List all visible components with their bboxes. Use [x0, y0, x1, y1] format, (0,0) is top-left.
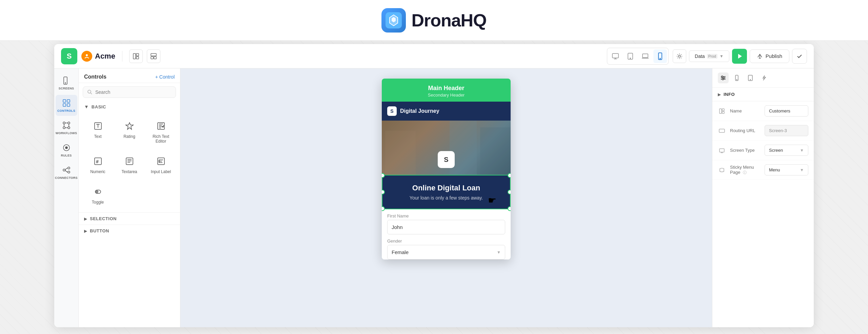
data-env-button[interactable]: Data Prod ▼: [689, 50, 729, 62]
info-section-title: INFO: [724, 92, 735, 97]
controls-search-box[interactable]: [83, 86, 176, 98]
selection-section-header[interactable]: ▶ SELECTION: [79, 212, 180, 225]
check-button[interactable]: [792, 49, 807, 64]
control-numeric[interactable]: # Numeric: [83, 150, 113, 179]
svg-point-48: [722, 76, 723, 77]
svg-rect-59: [719, 149, 724, 152]
layout-btn-2[interactable]: [147, 49, 160, 63]
svg-point-27: [65, 147, 67, 149]
sidebar-item-rules[interactable]: RULES: [56, 140, 77, 161]
svg-marker-33: [126, 123, 133, 129]
sidebar-item-workflows[interactable]: WORKFLOWS: [56, 117, 77, 138]
card-title: Online Digital Loan: [389, 184, 503, 192]
publish-button[interactable]: Publish: [750, 49, 789, 63]
phone-nav-title: Digital Journey: [400, 108, 439, 114]
properties-icon-btn[interactable]: [718, 72, 729, 83]
lightning-icon-btn[interactable]: [758, 72, 769, 83]
basic-section-title: BASIC: [92, 104, 106, 109]
gender-select[interactable]: Female ▼: [387, 245, 505, 259]
svg-text:#: #: [96, 159, 99, 164]
controls-grid: Text Rating: [79, 112, 180, 212]
control-rich-text[interactable]: Rich Text Editor: [146, 115, 176, 149]
routing-property-label: Routing URL: [730, 128, 761, 133]
name-property-icon: [718, 107, 726, 115]
sticky-menu-property-label: Sticky Menu Page ⓘ: [730, 165, 761, 175]
svg-point-31: [88, 90, 91, 93]
left-sidebar: SCREENS CONTROLS: [54, 68, 79, 327]
name-property-value[interactable]: Customers: [765, 105, 808, 117]
svg-point-41: [96, 191, 98, 193]
button-section-title: BUTTON: [90, 228, 109, 233]
handle-top-left[interactable]: [382, 173, 385, 178]
laptop-device-btn[interactable]: [638, 49, 652, 63]
rich-text-control-icon: [155, 120, 167, 132]
sidebar-item-screens[interactable]: SCREENS: [56, 72, 77, 93]
tablet-device-btn[interactable]: [624, 49, 637, 63]
app-logo-button[interactable]: S: [61, 48, 77, 64]
routing-property-value[interactable]: Screen-3: [765, 125, 808, 136]
textarea-control-icon: [123, 155, 136, 167]
info-section: ▶ INFO: [712, 88, 814, 101]
numeric-control-label: Numeric: [90, 169, 105, 174]
control-text[interactable]: Text: [83, 115, 113, 149]
layout-btn-1[interactable]: [129, 49, 143, 63]
svg-point-30: [68, 171, 70, 173]
main-area: S Acme: [54, 44, 814, 327]
sticky-menu-info-icon: ⓘ: [743, 170, 747, 174]
settings-button[interactable]: [673, 49, 686, 63]
search-icon: [87, 89, 93, 95]
cursor-icon: ☛: [488, 195, 496, 206]
controls-icon: [62, 98, 71, 108]
phone-preview-frame: Main Header Secondary Header S Digital J…: [382, 79, 511, 259]
phone-input-section: First Name John Gender Female ▼: [382, 209, 511, 259]
svg-point-10: [630, 58, 631, 59]
basic-section-header[interactable]: ▼ BASIC: [79, 101, 180, 112]
tablet-icon-btn[interactable]: [745, 72, 756, 83]
handle-top-right[interactable]: [508, 173, 511, 178]
dronahq-logo-icon: [381, 8, 406, 33]
search-input[interactable]: [95, 89, 172, 95]
content-area: SCREENS CONTROLS: [54, 68, 814, 327]
sidebar-item-connectors[interactable]: CONNECTORS: [56, 162, 77, 183]
svg-point-1: [86, 54, 88, 56]
phone-main-header-text: Main Header: [389, 85, 504, 92]
phone-icon-btn[interactable]: [731, 72, 742, 83]
svg-point-50: [722, 79, 724, 80]
play-button[interactable]: [732, 49, 747, 64]
numeric-control-icon: #: [92, 155, 104, 167]
screens-label: SCREENS: [59, 87, 74, 90]
add-control-button[interactable]: + Control: [155, 74, 175, 80]
handle-mid-right[interactable]: [508, 190, 511, 194]
svg-point-24: [63, 127, 65, 129]
connectors-icon: [62, 165, 71, 175]
handle-bottom-right[interactable]: [508, 206, 511, 211]
info-section-header[interactable]: ▶ INFO: [718, 92, 808, 97]
controls-label: CONTROLS: [57, 109, 75, 112]
control-input-label[interactable]: Input Label: [146, 150, 176, 179]
toolbar-divider-1: [122, 51, 122, 62]
connectors-label: CONNECTORS: [55, 176, 78, 180]
desktop-device-btn[interactable]: [609, 49, 622, 63]
top-header: DronaHQ: [0, 0, 868, 41]
sticky-menu-property-value[interactable]: Menu ▼: [765, 164, 808, 175]
routing-property-icon: [718, 127, 726, 135]
controls-panel-header: Controls + Control: [79, 68, 180, 83]
first-name-input[interactable]: John: [387, 220, 505, 234]
handle-mid-left[interactable]: [382, 190, 385, 194]
controls-panel-title: Controls: [84, 74, 106, 80]
phone-device-btn[interactable]: [653, 49, 667, 63]
control-rating[interactable]: Rating: [114, 115, 144, 149]
selected-card[interactable]: Online Digital Loan Your loan is only a …: [382, 175, 511, 209]
sidebar-item-controls[interactable]: CONTROLS: [56, 95, 77, 116]
phone-image-logo: S: [438, 151, 455, 168]
first-name-label: First Name: [382, 209, 511, 220]
screen-type-property-value[interactable]: Screen ▼: [765, 145, 808, 156]
input-label-control-label: Input Label: [151, 169, 171, 174]
control-toggle[interactable]: Toggle: [83, 181, 113, 210]
app-toolbar: S Acme: [54, 44, 814, 68]
svg-rect-20: [63, 104, 66, 106]
button-section-header[interactable]: ▶ BUTTON: [79, 225, 180, 237]
svg-rect-18: [63, 100, 66, 102]
canvas-area: Main Header Secondary Header S Digital J…: [180, 68, 712, 327]
control-textarea[interactable]: Textarea: [114, 150, 144, 179]
